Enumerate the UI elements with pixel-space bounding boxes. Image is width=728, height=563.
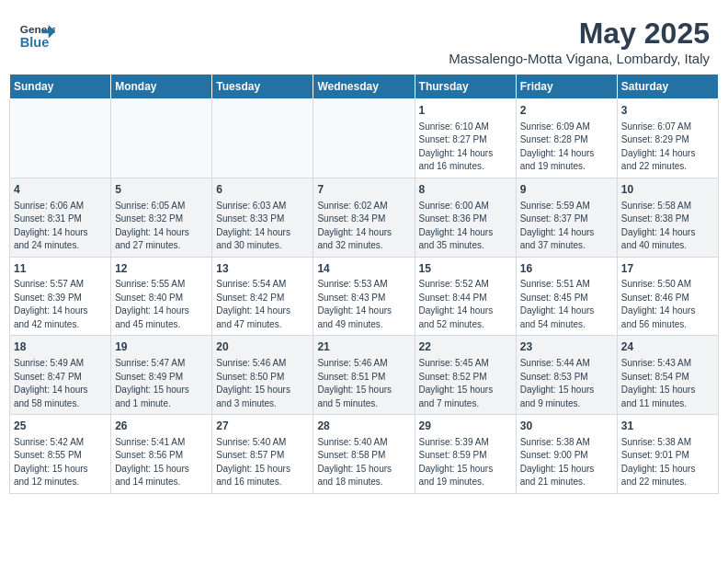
day-number: 27 bbox=[216, 419, 309, 434]
day-number: 26 bbox=[115, 419, 208, 434]
day-info: Sunrise: 5:50 AMSunset: 8:46 PMDaylight:… bbox=[621, 278, 714, 331]
calendar-cell: 12Sunrise: 5:55 AMSunset: 8:40 PMDayligh… bbox=[111, 257, 212, 336]
calendar-cell: 22Sunrise: 5:45 AMSunset: 8:52 PMDayligh… bbox=[415, 336, 516, 415]
day-number: 3 bbox=[621, 103, 714, 119]
day-number: 15 bbox=[419, 261, 512, 277]
day-info: Sunrise: 6:00 AMSunset: 8:36 PMDaylight:… bbox=[419, 200, 512, 253]
calendar-cell: 7Sunrise: 6:02 AMSunset: 8:34 PMDaylight… bbox=[313, 178, 415, 257]
day-number: 10 bbox=[621, 182, 714, 198]
day-number: 9 bbox=[520, 182, 613, 198]
calendar-week-3: 11Sunrise: 5:57 AMSunset: 8:39 PMDayligh… bbox=[10, 257, 719, 336]
weekday-thursday: Thursday bbox=[415, 75, 516, 99]
calendar-cell: 24Sunrise: 5:43 AMSunset: 8:54 PMDayligh… bbox=[617, 336, 718, 415]
calendar-cell: 8Sunrise: 6:00 AMSunset: 8:36 PMDaylight… bbox=[415, 178, 516, 257]
day-number: 22 bbox=[419, 339, 512, 355]
day-number: 2 bbox=[520, 103, 613, 119]
day-number: 19 bbox=[115, 339, 208, 355]
day-info: Sunrise: 6:02 AMSunset: 8:34 PMDaylight:… bbox=[317, 200, 410, 253]
calendar-week-5: 25Sunrise: 5:42 AMSunset: 8:55 PMDayligh… bbox=[10, 415, 719, 494]
day-info: Sunrise: 5:42 AMSunset: 8:55 PMDaylight:… bbox=[14, 436, 107, 489]
calendar-cell bbox=[313, 99, 415, 178]
title-block: May 2025 Massalengo-Motta Vigana, Lombar… bbox=[449, 17, 710, 66]
day-number: 21 bbox=[317, 339, 410, 355]
calendar-cell: 6Sunrise: 6:03 AMSunset: 8:33 PMDaylight… bbox=[212, 178, 313, 257]
calendar-cell bbox=[111, 99, 212, 178]
logo-icon: General Blue bbox=[18, 17, 55, 57]
calendar-week-1: 1Sunrise: 6:10 AMSunset: 8:27 PMDaylight… bbox=[10, 99, 719, 178]
calendar-cell: 21Sunrise: 5:46 AMSunset: 8:51 PMDayligh… bbox=[313, 336, 415, 415]
day-number: 16 bbox=[520, 261, 613, 277]
calendar-cell: 14Sunrise: 5:53 AMSunset: 8:43 PMDayligh… bbox=[313, 257, 415, 336]
month-year: May 2025 bbox=[449, 17, 710, 51]
day-number: 7 bbox=[317, 182, 410, 198]
calendar-cell: 28Sunrise: 5:40 AMSunset: 8:58 PMDayligh… bbox=[313, 415, 415, 494]
day-info: Sunrise: 6:10 AMSunset: 8:27 PMDaylight:… bbox=[419, 121, 512, 174]
day-info: Sunrise: 6:06 AMSunset: 8:31 PMDaylight:… bbox=[14, 200, 107, 253]
logo: General Blue bbox=[18, 17, 55, 57]
calendar-cell: 15Sunrise: 5:52 AMSunset: 8:44 PMDayligh… bbox=[415, 257, 516, 336]
day-number: 12 bbox=[115, 261, 208, 277]
day-info: Sunrise: 5:45 AMSunset: 8:52 PMDaylight:… bbox=[419, 357, 512, 410]
day-info: Sunrise: 5:38 AMSunset: 9:01 PMDaylight:… bbox=[621, 436, 714, 489]
day-number: 30 bbox=[520, 419, 613, 434]
day-info: Sunrise: 5:49 AMSunset: 8:47 PMDaylight:… bbox=[14, 357, 107, 410]
day-info: Sunrise: 5:53 AMSunset: 8:43 PMDaylight:… bbox=[317, 278, 410, 331]
weekday-saturday: Saturday bbox=[617, 75, 718, 99]
day-number: 6 bbox=[216, 182, 309, 198]
calendar-cell: 3Sunrise: 6:07 AMSunset: 8:29 PMDaylight… bbox=[617, 99, 718, 178]
calendar-cell: 13Sunrise: 5:54 AMSunset: 8:42 PMDayligh… bbox=[212, 257, 313, 336]
day-number: 14 bbox=[317, 261, 410, 277]
day-info: Sunrise: 5:41 AMSunset: 8:56 PMDaylight:… bbox=[115, 436, 208, 489]
day-number: 20 bbox=[216, 339, 309, 355]
calendar-cell bbox=[212, 99, 313, 178]
calendar-cell: 19Sunrise: 5:47 AMSunset: 8:49 PMDayligh… bbox=[111, 336, 212, 415]
day-info: Sunrise: 5:57 AMSunset: 8:39 PMDaylight:… bbox=[14, 278, 107, 331]
day-number: 1 bbox=[419, 103, 512, 119]
day-info: Sunrise: 5:47 AMSunset: 8:49 PMDaylight:… bbox=[115, 357, 208, 410]
calendar-cell: 1Sunrise: 6:10 AMSunset: 8:27 PMDaylight… bbox=[415, 99, 516, 178]
day-number: 28 bbox=[317, 419, 410, 434]
day-info: Sunrise: 5:52 AMSunset: 8:44 PMDaylight:… bbox=[419, 278, 512, 331]
calendar-cell: 4Sunrise: 6:06 AMSunset: 8:31 PMDaylight… bbox=[10, 178, 111, 257]
calendar-table: SundayMondayTuesdayWednesdayThursdayFrid… bbox=[9, 74, 719, 494]
day-number: 29 bbox=[419, 419, 512, 434]
day-number: 13 bbox=[216, 261, 309, 277]
calendar-cell: 26Sunrise: 5:41 AMSunset: 8:56 PMDayligh… bbox=[111, 415, 212, 494]
calendar-cell: 9Sunrise: 5:59 AMSunset: 8:37 PMDaylight… bbox=[516, 178, 617, 257]
day-number: 11 bbox=[14, 261, 107, 277]
day-number: 31 bbox=[621, 419, 714, 434]
weekday-tuesday: Tuesday bbox=[212, 75, 313, 99]
day-info: Sunrise: 5:55 AMSunset: 8:40 PMDaylight:… bbox=[115, 278, 208, 331]
day-info: Sunrise: 5:44 AMSunset: 8:53 PMDaylight:… bbox=[520, 357, 613, 410]
page-header: General Blue May 2025 Massalengo-Motta V… bbox=[9, 9, 719, 70]
weekday-sunday: Sunday bbox=[10, 75, 111, 99]
calendar-cell: 29Sunrise: 5:39 AMSunset: 8:59 PMDayligh… bbox=[415, 415, 516, 494]
day-number: 24 bbox=[621, 339, 714, 355]
day-info: Sunrise: 5:51 AMSunset: 8:45 PMDaylight:… bbox=[520, 278, 613, 331]
day-info: Sunrise: 6:07 AMSunset: 8:29 PMDaylight:… bbox=[621, 121, 714, 174]
calendar-cell: 30Sunrise: 5:38 AMSunset: 9:00 PMDayligh… bbox=[516, 415, 617, 494]
location: Massalengo-Motta Vigana, Lombardy, Italy bbox=[449, 51, 710, 66]
calendar-cell: 23Sunrise: 5:44 AMSunset: 8:53 PMDayligh… bbox=[516, 336, 617, 415]
calendar-header: SundayMondayTuesdayWednesdayThursdayFrid… bbox=[10, 75, 719, 99]
calendar-cell: 25Sunrise: 5:42 AMSunset: 8:55 PMDayligh… bbox=[10, 415, 111, 494]
day-number: 18 bbox=[14, 339, 107, 355]
calendar-week-4: 18Sunrise: 5:49 AMSunset: 8:47 PMDayligh… bbox=[10, 336, 719, 415]
calendar-cell: 11Sunrise: 5:57 AMSunset: 8:39 PMDayligh… bbox=[10, 257, 111, 336]
day-number: 4 bbox=[14, 182, 107, 198]
calendar-cell: 20Sunrise: 5:46 AMSunset: 8:50 PMDayligh… bbox=[212, 336, 313, 415]
calendar-cell: 27Sunrise: 5:40 AMSunset: 8:57 PMDayligh… bbox=[212, 415, 313, 494]
day-number: 25 bbox=[14, 419, 107, 434]
calendar-cell: 17Sunrise: 5:50 AMSunset: 8:46 PMDayligh… bbox=[617, 257, 718, 336]
day-number: 23 bbox=[520, 339, 613, 355]
day-info: Sunrise: 5:54 AMSunset: 8:42 PMDaylight:… bbox=[216, 278, 309, 331]
day-info: Sunrise: 5:46 AMSunset: 8:51 PMDaylight:… bbox=[317, 357, 410, 410]
day-info: Sunrise: 5:40 AMSunset: 8:58 PMDaylight:… bbox=[317, 436, 410, 489]
calendar-cell: 2Sunrise: 6:09 AMSunset: 8:28 PMDaylight… bbox=[516, 99, 617, 178]
day-info: Sunrise: 6:05 AMSunset: 8:32 PMDaylight:… bbox=[115, 200, 208, 253]
day-info: Sunrise: 5:59 AMSunset: 8:37 PMDaylight:… bbox=[520, 200, 613, 253]
weekday-header-row: SundayMondayTuesdayWednesdayThursdayFrid… bbox=[10, 75, 719, 99]
calendar-cell: 5Sunrise: 6:05 AMSunset: 8:32 PMDaylight… bbox=[111, 178, 212, 257]
day-info: Sunrise: 5:38 AMSunset: 9:00 PMDaylight:… bbox=[520, 436, 613, 489]
day-number: 5 bbox=[115, 182, 208, 198]
